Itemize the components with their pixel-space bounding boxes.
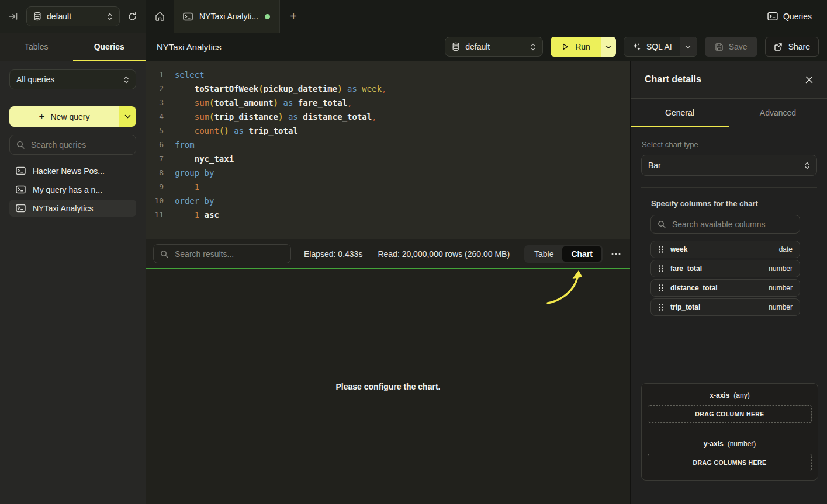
query-search-box [9,135,136,155]
new-query-dropdown[interactable] [119,106,136,127]
chevron-down-icon [124,114,131,119]
y-axis-hint: (number) [728,440,756,448]
collapse-sidebar-icon[interactable] [8,12,19,21]
query-filter-value: All queries [16,75,118,84]
query-list-item[interactable]: Hacker News Pos... [9,162,136,179]
chart-type-section: Select chart type Bar [631,127,827,188]
column-type: number [769,265,793,273]
code-text: count() as trip_total [169,124,298,138]
chart-column-row[interactable]: weekdate [650,241,800,258]
save-icon [715,43,724,51]
chart-type-select[interactable]: Bar [641,155,817,176]
column-name: week [670,245,773,253]
chart-details-title: Chart details [645,74,701,85]
y-axis-label: y-axis [704,440,724,448]
share-button[interactable]: Share [765,37,819,57]
chart-details-tab-general[interactable]: General [631,99,729,127]
code-line: 6from [150,138,630,152]
results-search-box [153,244,291,263]
sidebar: TablesQueries All queries + New query Ha… [0,33,146,504]
sql-ai-main[interactable]: SQL AI [624,37,680,56]
sidebar-tab-tables[interactable]: Tables [0,33,73,61]
results-search-input[interactable] [174,249,284,259]
queries-label: Queries [783,12,812,21]
line-number: 9 [150,180,164,194]
sql-ai-button[interactable]: SQL AI [624,37,697,57]
sql-ai-dropdown[interactable] [680,37,697,56]
results-view-switch: TableChart [524,245,603,263]
home-tab-button[interactable] [146,0,174,33]
code-line: 7 nyc_taxi [150,152,630,166]
line-number: 10 [150,194,164,208]
x-axis-dropzone[interactable]: DRAG COLUMN HERE [648,405,812,423]
query-item-label: My query has a n... [33,185,102,194]
share-label: Share [788,42,810,51]
code-line: 10order by [150,194,630,208]
line-number: 7 [150,152,164,166]
sparkles-icon [632,42,641,51]
run-dropdown[interactable] [601,37,616,57]
chart-details-tab-advanced[interactable]: Advanced [729,99,827,127]
drag-handle-icon [658,265,664,273]
code-text: from [169,138,195,152]
query-list-item[interactable]: NYTaxi Analytics [9,200,136,217]
refresh-icon[interactable] [127,12,137,22]
results-view-tab-chart[interactable]: Chart [562,246,601,262]
y-axis-section: y-axis(number) DRAG COLUMNS HERE [642,432,818,480]
chart-type-label: Select chart type [642,140,817,149]
query-icon [16,185,26,194]
chevron-updown-icon [804,161,810,170]
run-button-main[interactable]: Run [551,37,601,57]
results-bar: Elapsed: 0.433s Read: 20,000,000 rows (2… [146,239,630,269]
chart-type-value: Bar [648,161,661,170]
chart-column-row[interactable]: distance_totalnumber [650,279,800,297]
more-options-icon[interactable] [611,253,621,255]
query-list-item[interactable]: My query has a n... [9,181,136,198]
tab-title: NYTaxi Analyti... [199,12,258,21]
save-button[interactable]: Save [705,37,757,57]
column-name: fare_total [670,265,762,273]
code-text: nyc_taxi [169,152,234,166]
new-query-label: New query [51,112,90,121]
code-line: 5 count() as trip_total [150,124,630,138]
query-search-input[interactable] [30,140,138,150]
sql-editor[interactable]: 1select2 toStartOfWeek(pickup_datetime) … [146,61,630,239]
sidebar-tab-queries[interactable]: Queries [73,33,146,61]
new-tab-button[interactable]: + [280,0,307,33]
topbar-database-selector[interactable]: default [26,6,120,26]
database-icon [33,12,41,21]
code-line: 11 1 asc [150,208,630,222]
x-axis-label: x-axis [710,391,729,399]
chart-column-row[interactable]: trip_totalnumber [650,298,800,316]
run-button[interactable]: Run [551,37,616,57]
y-axis-dropzone[interactable]: DRAG COLUMNS HERE [648,454,812,471]
line-number: 4 [150,110,164,124]
new-query-main[interactable]: + New query [9,106,119,127]
search-icon [160,250,168,258]
toolbar-database-value: default [465,42,525,51]
close-icon[interactable] [805,76,813,84]
columns-section: Specify columns for the chart weekdatefa… [631,188,827,316]
code-text: toStartOfWeek(pickup_datetime) as week, [169,82,387,96]
chevron-updown-icon [123,75,129,84]
rows-read-info: Read: 20,000,000 rows (260.00 MB) [378,249,510,259]
chart-details-header: Chart details [631,61,827,99]
results-view-tab-table[interactable]: Table [525,246,562,262]
sidebar-tabs: TablesQueries [0,33,146,61]
y-axis-title: y-axis(number) [648,440,812,448]
line-number: 3 [150,96,164,110]
tab-nytaxi-analytics[interactable]: NYTaxi Analyti... [174,0,280,33]
topbar-queries-button[interactable]: Queries [767,0,827,33]
sql-ai-label: SQL AI [646,42,672,51]
chart-empty-message: Please configure the chart. [336,382,441,391]
new-query-button[interactable]: + New query [9,106,136,127]
drag-handle-icon [658,245,664,253]
toolbar-database-selector[interactable]: default [445,37,543,57]
columns-search-input[interactable] [671,219,793,230]
chart-column-row[interactable]: fare_totalnumber [650,260,800,277]
line-number: 8 [150,166,164,180]
columns-list: weekdatefare_totalnumberdistance_totalnu… [650,241,800,316]
chart-area: Please configure the chart. [146,269,630,504]
query-filter-select[interactable]: All queries [9,69,136,89]
chevron-updown-icon [530,43,536,51]
